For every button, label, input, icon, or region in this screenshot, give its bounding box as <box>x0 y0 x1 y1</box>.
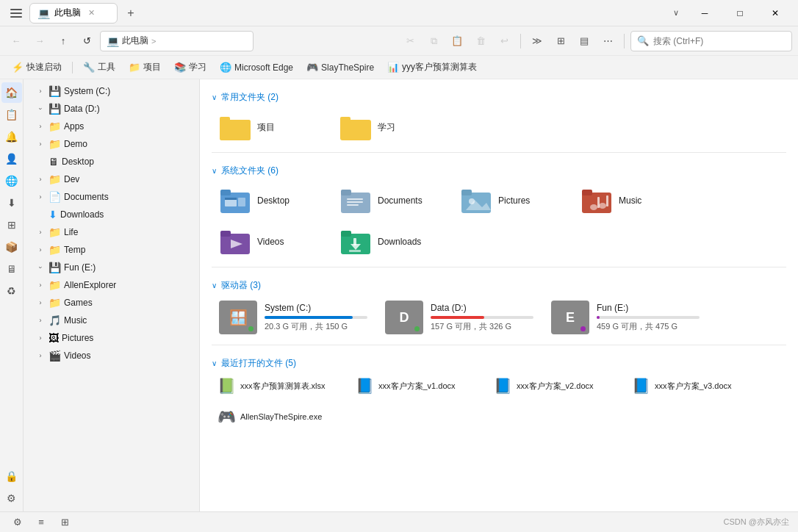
sidebar-item-downloads[interactable]: ⬇ Downloads <box>26 206 196 223</box>
left-icon-monitor[interactable]: 🖥 <box>1 259 22 279</box>
sidebar-item-data-d[interactable]: › 💾 Data (D:) <box>26 100 196 118</box>
bookmark-study[interactable]: 📚 学习 <box>168 59 212 76</box>
svg-point-24 <box>590 204 597 210</box>
label-documents: Documents <box>64 192 109 202</box>
sidebar-item-demo[interactable]: › 📁 Demo <box>26 135 196 153</box>
left-icon-settings[interactable]: ⚙ <box>1 488 22 508</box>
left-icon-network[interactable]: 🌐 <box>1 170 22 191</box>
bookmark-yyy[interactable]: 📊 yyy客户预算测算表 <box>381 59 483 76</box>
folder-item-music[interactable]: Music <box>573 181 691 220</box>
recent-file-v1[interactable]: 📘 xxx客户方案_v1.docx <box>350 374 482 398</box>
sidebar-item-temp[interactable]: › 📁 Temp <box>26 241 196 259</box>
layout-button[interactable]: ▤ <box>574 31 594 51</box>
maximize-button[interactable]: □ <box>723 0 757 26</box>
sidebar-item-fun-e[interactable]: › 💾 Fun (E:) <box>26 259 196 276</box>
status-icon-settings[interactable]: ⚙ <box>9 514 26 531</box>
drive-item-c[interactable]: 🪟 System (C:) 20.3 G 可用，共 150 G <box>212 296 375 339</box>
left-icon-recycle[interactable]: ♻ <box>1 281 22 301</box>
sidebar-item-videos-e[interactable]: › 🎬 Videos <box>26 347 196 364</box>
drives-section-header[interactable]: ∨ 驱动器 (3) <box>212 273 786 296</box>
hamburger-button[interactable] <box>6 3 26 24</box>
paste-button[interactable]: 📋 <box>447 31 467 51</box>
svg-rect-23 <box>582 190 592 195</box>
more-options-button[interactable]: ⋯ <box>597 31 618 51</box>
undo-button[interactable]: ↩ <box>494 31 514 51</box>
left-icon-clipboard[interactable]: 📋 <box>1 104 22 125</box>
copy-button[interactable]: ⧉ <box>423 31 444 51</box>
bookmark-project[interactable]: 📁 项目 <box>123 59 167 76</box>
frequent-section-header[interactable]: ∨ 常用文件夹 (2) <box>212 85 786 108</box>
chevron-dev: › <box>35 174 46 184</box>
back-button[interactable]: ← <box>6 31 26 51</box>
forward-button[interactable]: → <box>29 31 50 51</box>
close-button[interactable]: ✕ <box>758 0 792 26</box>
file-name-v1: xxx客户方案_v1.docx <box>378 381 456 392</box>
bookmark-edge[interactable]: 🌐 Microsoft Edge <box>214 60 299 75</box>
recent-file-exe[interactable]: 🎮 AllenSlayTheSpire.exe <box>212 405 344 428</box>
folder-item-documents[interactable]: Documents <box>332 181 450 220</box>
folder-item-study[interactable]: 学习 <box>332 108 450 146</box>
left-icon-package[interactable]: 📦 <box>1 237 22 257</box>
tab-close[interactable]: ✕ <box>88 8 95 18</box>
folder-item-desktop[interactable]: Desktop <box>212 181 329 220</box>
current-tab[interactable]: 💻 此电脑 ✕ <box>29 3 118 24</box>
folder-item-videos[interactable]: Videos <box>212 223 329 261</box>
refresh-button[interactable]: ↺ <box>76 31 97 51</box>
file-icon-v2: 📘 <box>494 377 512 395</box>
left-icon-lock[interactable]: 🔒 <box>1 466 22 486</box>
icon-dev: 📁 <box>48 173 61 185</box>
sidebar-item-allenexplorer[interactable]: › 📁 AllenExplorer <box>26 276 196 294</box>
drive-icon-e: E <box>551 301 589 334</box>
drive-item-d[interactable]: D Data (D:) 157 G 可用，共 326 G <box>378 296 541 339</box>
system-section-header[interactable]: ∨ 系统文件夹 (6) <box>212 159 786 181</box>
label-games: Games <box>64 298 93 308</box>
sidebar: › 💾 System (C:) › 💾 Data (D:) › 📁 Apps ›… <box>24 79 200 511</box>
bookmark-tools[interactable]: 🔧 工具 <box>77 59 121 76</box>
left-icon-home[interactable]: 🏠 <box>1 82 22 103</box>
cut-button[interactable]: ✂ <box>400 31 420 51</box>
sidebar-item-music-e[interactable]: › 🎵 Music <box>26 312 196 329</box>
recent-file-v3[interactable]: 📘 xxx客户方案_v3.docx <box>626 374 758 398</box>
sidebar-item-apps[interactable]: › 📁 Apps <box>26 118 196 135</box>
delete-button[interactable]: 🗑 <box>470 31 491 51</box>
bookmark-slay[interactable]: 🎮 SlayTheSpire <box>301 60 380 75</box>
sidebar-item-dev[interactable]: › 📁 Dev <box>26 170 196 188</box>
left-icon-user[interactable]: 👤 <box>1 148 22 169</box>
sidebar-item-life[interactable]: › 📁 Life <box>26 223 196 241</box>
new-tab-button[interactable]: + <box>121 3 141 24</box>
recent-section-header[interactable]: ∨ 最近打开的文件 (5) <box>212 351 786 374</box>
drives-grid: 🪟 System (C:) 20.3 G 可用，共 150 G D <box>212 296 786 345</box>
search-input[interactable] <box>653 36 786 46</box>
status-icon-sort[interactable]: ≡ <box>32 514 50 531</box>
left-icon-apps[interactable]: ⊞ <box>1 215 22 235</box>
drive-name-e: Fun (E:) <box>597 303 700 313</box>
view-options-button[interactable]: ⊞ <box>550 31 571 51</box>
expand-button[interactable]: ∨ <box>666 3 686 24</box>
search-box[interactable]: 🔍 <box>630 31 792 51</box>
sidebar-item-desktop[interactable]: 🖥 Desktop <box>26 153 196 170</box>
status-icon-sort2[interactable]: ⊞ <box>56 514 73 531</box>
folder-label-videos: Videos <box>257 237 284 247</box>
bookmark-quick-access[interactable]: ⚡ 快速启动 <box>6 59 68 76</box>
folder-item-downloads[interactable]: Downloads <box>332 223 450 261</box>
sidebar-item-games[interactable]: › 📁 Games <box>26 294 196 312</box>
sidebar-item-documents[interactable]: › 📄 Documents <box>26 188 196 206</box>
up-button[interactable]: ↑ <box>53 31 73 51</box>
sidebar-item-pictures-e[interactable]: › 🖼 Pictures <box>26 329 196 347</box>
left-icon-download[interactable]: ⬇ <box>1 193 22 213</box>
recent-file-v2[interactable]: 📘 xxx客户方案_v2.docx <box>488 374 620 398</box>
drive-item-e[interactable]: E Fun (E:) 459 G 可用，共 475 G <box>544 296 707 339</box>
icon-allenexplorer: 📁 <box>48 279 61 291</box>
folder-item-pictures[interactable]: Pictures <box>453 181 570 220</box>
minimize-button[interactable]: ─ <box>688 0 722 26</box>
recent-file-xlsx[interactable]: 📗 xxx客户预算测算表.xlsx <box>212 374 344 398</box>
chevron-life: › <box>35 227 46 237</box>
left-icon-notification[interactable]: 🔔 <box>1 126 22 147</box>
more-actions-button[interactable]: ≫ <box>527 31 547 51</box>
label-downloads: Downloads <box>60 209 104 220</box>
address-path[interactable]: 💻 此电脑 > <box>100 31 254 51</box>
tools-icon: 🔧 <box>83 62 95 73</box>
drives-title: 驱动器 (3) <box>221 279 261 292</box>
folder-item-project[interactable]: 项目 <box>212 108 329 146</box>
sidebar-item-system-c[interactable]: › 💾 System (C:) <box>26 82 196 100</box>
